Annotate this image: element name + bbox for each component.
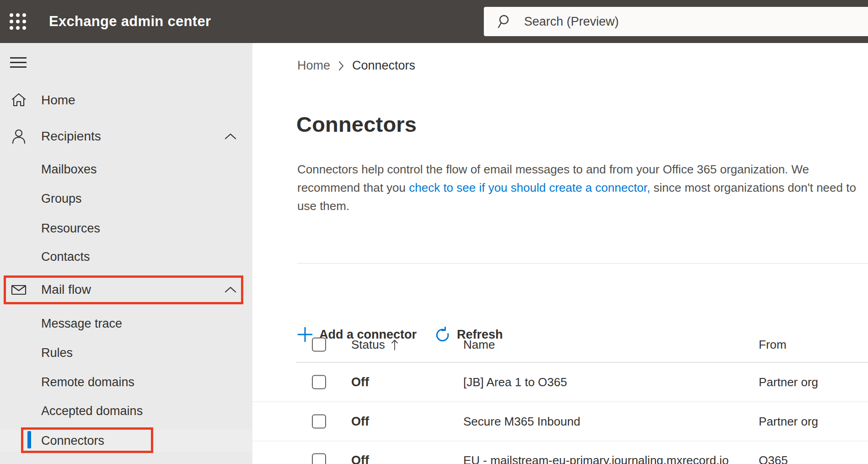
- breadcrumb: Home Connectors: [297, 59, 415, 73]
- column-header-name[interactable]: Name: [463, 338, 495, 352]
- cell-status: Off: [351, 453, 369, 464]
- menu-toggle-icon[interactable]: [10, 57, 27, 68]
- sidebar-item-message-trace[interactable]: Message trace: [0, 313, 252, 335]
- cell-name[interactable]: Secure M365 Inbound: [463, 415, 580, 429]
- sidebar-item-label: Mailboxes: [41, 162, 97, 177]
- top-bar: Exchange admin center: [0, 0, 868, 43]
- sidebar-item-home[interactable]: Home: [0, 89, 252, 111]
- search-box[interactable]: [484, 7, 868, 36]
- create-connector-link[interactable]: check to see if you should create a conn…: [409, 181, 650, 194]
- main-content: Home Connectors Connectors Connectors he…: [252, 43, 868, 464]
- table-row[interactable]: Off EU - mailstream-eu-primary.journalin…: [252, 441, 868, 464]
- chevron-up-icon[interactable]: [224, 133, 237, 140]
- chevron-up-icon[interactable]: [224, 286, 237, 293]
- sidebar: Home Recipients Mailboxes Groups Resourc…: [0, 43, 252, 464]
- table-row[interactable]: Off [JB] Area 1 to O365 Partner org: [252, 363, 868, 402]
- cell-name[interactable]: [JB] Area 1 to O365: [463, 375, 567, 389]
- table-header-row: Status Name From: [252, 331, 868, 358]
- search-input[interactable]: [524, 15, 798, 29]
- sidebar-item-resources[interactable]: Resources: [0, 217, 252, 239]
- sidebar-item-contacts[interactable]: Contacts: [0, 246, 252, 268]
- sidebar-item-label: Home: [41, 93, 75, 108]
- sidebar-item-label: Remote domains: [41, 375, 134, 389]
- sidebar-item-label: Message trace: [41, 317, 122, 331]
- sidebar-item-label: Connectors: [41, 434, 104, 448]
- row-checkbox[interactable]: [312, 415, 326, 429]
- column-header-status[interactable]: Status: [351, 338, 399, 352]
- sidebar-item-connectors[interactable]: Connectors: [0, 430, 252, 452]
- selected-indicator-bar: [27, 431, 31, 448]
- chevron-right-icon: [338, 60, 345, 71]
- breadcrumb-home[interactable]: Home: [297, 59, 330, 73]
- cell-from: O365: [759, 453, 788, 464]
- mail-icon: [11, 282, 27, 297]
- sidebar-item-groups[interactable]: Groups: [0, 188, 252, 210]
- table-row[interactable]: Off Secure M365 Inbound Partner org: [252, 402, 868, 442]
- page-title: Connectors: [296, 112, 417, 137]
- search-icon: [498, 14, 513, 29]
- cell-from: Partner org: [759, 375, 818, 389]
- row-checkbox[interactable]: [312, 453, 326, 464]
- sidebar-item-mail-flow[interactable]: Mail flow: [0, 279, 252, 301]
- column-header-label: Name: [463, 338, 495, 352]
- sidebar-item-accepted-domains[interactable]: Accepted domains: [0, 400, 252, 422]
- sidebar-item-label: Recipients: [41, 129, 101, 144]
- app-launcher-icon[interactable]: [9, 13, 27, 30]
- app-title: Exchange admin center: [49, 13, 211, 30]
- select-all-checkbox[interactable]: [312, 338, 326, 352]
- sidebar-item-label: Resources: [41, 221, 100, 236]
- person-icon: [11, 129, 27, 144]
- toolbar-divider: [297, 263, 868, 264]
- page-description: Connectors help control the flow of emai…: [297, 160, 868, 215]
- sidebar-item-mailboxes[interactable]: Mailboxes: [0, 158, 252, 180]
- home-icon: [11, 92, 27, 108]
- cell-from: Partner org: [759, 415, 818, 429]
- breadcrumb-current: Connectors: [352, 59, 415, 73]
- cell-name[interactable]: EU - mailstream-eu-primary.journaling.mx…: [463, 453, 729, 464]
- sidebar-item-label: Mail flow: [41, 282, 91, 297]
- sidebar-item-label: Groups: [41, 192, 82, 206]
- cell-status: Off: [351, 375, 369, 389]
- sidebar-item-rules[interactable]: Rules: [0, 342, 252, 364]
- column-header-from[interactable]: From: [759, 338, 787, 352]
- sidebar-item-recipients[interactable]: Recipients: [0, 125, 252, 147]
- column-header-label: Status: [351, 338, 385, 352]
- cell-status: Off: [351, 415, 369, 429]
- sidebar-item-label: Accepted domains: [41, 404, 143, 418]
- sidebar-item-label: Contacts: [41, 250, 90, 264]
- sidebar-item-label: Rules: [41, 346, 73, 360]
- sort-ascending-icon: [391, 339, 399, 351]
- row-checkbox[interactable]: [312, 375, 326, 389]
- sidebar-item-remote-domains[interactable]: Remote domains: [0, 371, 252, 393]
- column-header-label: From: [759, 338, 787, 352]
